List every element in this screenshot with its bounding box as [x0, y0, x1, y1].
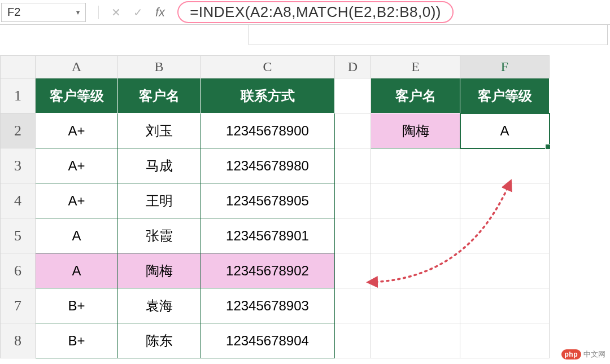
- fx-icon[interactable]: fx: [155, 5, 165, 20]
- table-row: 5 A 张霞 12345678901: [1, 218, 550, 253]
- cell-A8[interactable]: B+: [36, 323, 118, 358]
- spreadsheet-grid: A B C D E F 1 客户等级 客户名 联系方式 客户名 客户等级 2 A…: [0, 55, 610, 358]
- table-row: 4 A+ 王明 12345678905: [1, 183, 550, 218]
- cell-F5[interactable]: [460, 218, 550, 253]
- cell-E2[interactable]: 陶梅: [371, 113, 460, 148]
- cell-A2[interactable]: A+: [36, 113, 118, 148]
- name-box-dropdown-icon[interactable]: ▾: [76, 8, 80, 16]
- cell-D3[interactable]: [335, 148, 371, 183]
- cell-E7[interactable]: [371, 288, 460, 323]
- formula-bar-row: F2 ▾ ✕ ✓ fx =INDEX(A2:A8,MATCH(E2,B2:B8,…: [0, 0, 610, 25]
- cancel-icon[interactable]: ✕: [111, 6, 121, 19]
- table-row: 7 B+ 袁海 12345678903: [1, 288, 550, 323]
- col-header-D[interactable]: D: [335, 56, 371, 78]
- table-row: 3 A+ 马成 12345678980: [1, 148, 550, 183]
- table-row: 2 A+ 刘玉 12345678900 陶梅 A: [1, 113, 550, 148]
- cell-E4[interactable]: [371, 183, 460, 218]
- cell-F3[interactable]: [460, 148, 550, 183]
- cell-D2[interactable]: [335, 113, 371, 148]
- cell-B6[interactable]: 陶梅: [118, 253, 201, 288]
- header-cell-right-level[interactable]: 客户等级: [460, 78, 550, 113]
- table-row: 8 B+ 陈东 12345678904: [1, 323, 550, 358]
- enter-icon[interactable]: ✓: [133, 6, 143, 19]
- cell-B5[interactable]: 张霞: [118, 218, 201, 253]
- cell-D5[interactable]: [335, 218, 371, 253]
- cell-A5[interactable]: A: [36, 218, 118, 253]
- cell-C6[interactable]: 12345678902: [201, 253, 335, 288]
- row-header-3[interactable]: 3: [1, 148, 36, 183]
- cell-E5[interactable]: [371, 218, 460, 253]
- watermark-badge: php: [561, 349, 582, 359]
- row-header-4[interactable]: 4: [1, 183, 36, 218]
- vertical-separator-icon: [98, 6, 99, 19]
- row-header-2[interactable]: 2: [1, 113, 36, 148]
- name-box-value: F2: [7, 6, 20, 19]
- cell-C3[interactable]: 12345678980: [201, 148, 335, 183]
- cell-D1[interactable]: [335, 78, 371, 113]
- table-row: 1 客户等级 客户名 联系方式 客户名 客户等级: [1, 78, 550, 113]
- cell-B3[interactable]: 马成: [118, 148, 201, 183]
- cell-F6[interactable]: [460, 253, 550, 288]
- cell-C7[interactable]: 12345678903: [201, 288, 335, 323]
- cell-E6[interactable]: [371, 253, 460, 288]
- cell-D6[interactable]: [335, 253, 371, 288]
- cell-B4[interactable]: 王明: [118, 183, 201, 218]
- cell-E8[interactable]: [371, 323, 460, 358]
- cell-E3[interactable]: [371, 148, 460, 183]
- col-header-C[interactable]: C: [201, 56, 335, 78]
- header-cell-right-name[interactable]: 客户名: [371, 78, 460, 113]
- cell-A6[interactable]: A: [36, 253, 118, 288]
- cell-F2[interactable]: A: [460, 113, 550, 148]
- row-header-5[interactable]: 5: [1, 218, 36, 253]
- cell-B7[interactable]: 袁海: [118, 288, 201, 323]
- sheet-table: A B C D E F 1 客户等级 客户名 联系方式 客户名 客户等级 2 A…: [0, 55, 550, 358]
- col-header-B[interactable]: B: [118, 56, 201, 78]
- header-cell-left-level[interactable]: 客户等级: [36, 78, 118, 113]
- cell-F7[interactable]: [460, 288, 550, 323]
- header-cell-left-name[interactable]: 客户名: [118, 78, 201, 113]
- cell-B2[interactable]: 刘玉: [118, 113, 201, 148]
- cell-F8[interactable]: [460, 323, 550, 358]
- row-header-1[interactable]: 1: [1, 78, 36, 113]
- row-header-8[interactable]: 8: [1, 323, 36, 358]
- col-header-A[interactable]: A: [36, 56, 118, 78]
- row-header-6[interactable]: 6: [1, 253, 36, 288]
- formula-icons: ✕ ✓ fx: [90, 5, 173, 20]
- col-header-row: A B C D E F: [1, 56, 550, 78]
- cell-B8[interactable]: 陈东: [118, 323, 201, 358]
- watermark-text: 中文网: [583, 349, 605, 359]
- cell-D8[interactable]: [335, 323, 371, 358]
- formula-expand-area[interactable]: [249, 25, 608, 45]
- col-header-F[interactable]: F: [460, 56, 550, 78]
- cell-C8[interactable]: 12345678904: [201, 323, 335, 358]
- watermark: php 中文网: [561, 349, 606, 359]
- header-cell-left-phone[interactable]: 联系方式: [201, 78, 335, 113]
- col-header-E[interactable]: E: [371, 56, 460, 78]
- cell-D7[interactable]: [335, 288, 371, 323]
- cell-A7[interactable]: B+: [36, 288, 118, 323]
- name-box[interactable]: F2 ▾: [1, 3, 86, 22]
- formula-input-wrap: =INDEX(A2:A8,MATCH(E2,B2:B8,0)): [177, 1, 609, 23]
- cell-D4[interactable]: [335, 183, 371, 218]
- cell-A4[interactable]: A+: [36, 183, 118, 218]
- cell-C5[interactable]: 12345678901: [201, 218, 335, 253]
- formula-input[interactable]: =INDEX(A2:A8,MATCH(E2,B2:B8,0)): [177, 1, 454, 23]
- cell-C4[interactable]: 12345678905: [201, 183, 335, 218]
- cell-F4[interactable]: [460, 183, 550, 218]
- select-all-corner[interactable]: [1, 56, 36, 78]
- cell-A3[interactable]: A+: [36, 148, 118, 183]
- table-row: 6 A 陶梅 12345678902: [1, 253, 550, 288]
- row-header-7[interactable]: 7: [1, 288, 36, 323]
- cell-C2[interactable]: 12345678900: [201, 113, 335, 148]
